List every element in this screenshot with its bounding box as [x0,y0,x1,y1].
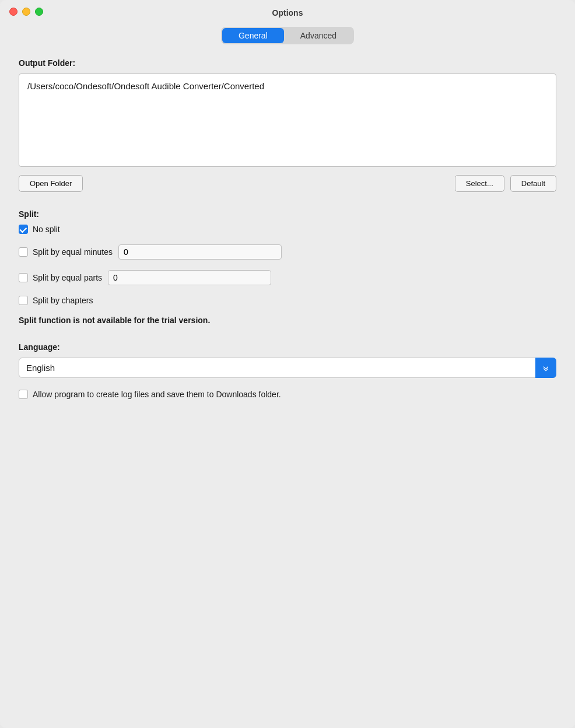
output-folder-label: Output Folder: [19,58,556,68]
language-select[interactable]: English Chinese Japanese French German S… [19,358,556,378]
split-chapters-option: Split by chapters [19,296,556,305]
no-split-label: No split [33,225,60,234]
split-parts-input[interactable] [108,270,271,285]
split-parts-option: Split by equal parts [19,270,556,285]
tab-general[interactable]: General [222,28,284,43]
split-parts-label: Split by equal parts [33,273,102,282]
log-files-option: Allow program to create log files and sa… [19,390,556,399]
title-bar: Options [0,0,575,23]
no-split-checkbox[interactable] [19,225,28,234]
split-parts-checkbox[interactable] [19,273,28,282]
split-minutes-checkbox[interactable] [19,247,28,257]
maximize-button[interactable] [35,8,43,16]
tab-group: General Advanced [221,27,354,44]
split-chapters-label: Split by chapters [33,296,93,305]
no-split-option: No split [19,225,556,234]
tab-advanced[interactable]: Advanced [284,28,353,43]
traffic-lights [9,8,43,16]
folder-buttons: Open Folder Select... Default [19,175,556,192]
log-files-checkbox[interactable] [19,390,28,399]
split-chapters-checkbox-wrapper[interactable]: Split by chapters [19,296,93,305]
log-files-label: Allow program to create log files and sa… [33,390,281,399]
select-button[interactable]: Select... [455,175,504,192]
split-minutes-label: Split by equal minutes [33,247,113,257]
split-trial-note: Split function is not available for the … [19,316,556,325]
language-label: Language: [19,342,556,352]
default-button[interactable]: Default [510,175,556,192]
log-files-checkbox-wrapper[interactable]: Allow program to create log files and sa… [19,390,281,399]
open-folder-button[interactable]: Open Folder [19,175,83,192]
window-title: Options [272,8,303,18]
minimize-button[interactable] [22,8,30,16]
language-section: Language: English Chinese Japanese Frenc… [19,342,556,378]
split-parts-checkbox-wrapper[interactable]: Split by equal parts [19,273,102,282]
btn-group-right: Select... Default [455,175,556,192]
language-select-wrapper: English Chinese Japanese French German S… [19,358,556,378]
content-area: Output Folder: Open Folder Select... Def… [0,52,575,418]
no-split-checkbox-wrapper[interactable]: No split [19,225,60,234]
tab-bar: General Advanced [0,23,575,52]
split-minutes-option: Split by equal minutes [19,244,556,260]
close-button[interactable] [9,8,17,16]
split-chapters-checkbox[interactable] [19,296,28,305]
options-window: Options General Advanced Output Folder: … [0,0,575,728]
split-minutes-input[interactable] [118,244,282,260]
split-label: Split: [19,209,556,219]
split-minutes-checkbox-wrapper[interactable]: Split by equal minutes [19,247,113,257]
output-folder-path[interactable] [19,74,556,167]
split-section: Split: No split Split by equal minutes [19,209,556,325]
